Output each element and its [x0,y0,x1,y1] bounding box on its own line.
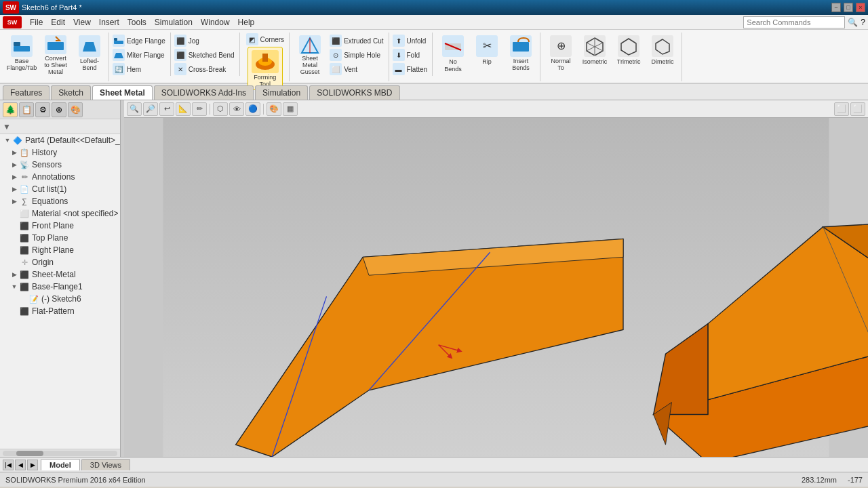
no-bends-button[interactable]: NoBends [437,33,469,76]
flatten-button[interactable]: ▬ Flatten [391,62,430,76]
menu-edit[interactable]: Edit [47,16,69,28]
root-expand[interactable]: ▼ [3,136,12,145]
jog-button[interactable]: ⬛ Jog [172,34,237,47]
normal-to-button[interactable]: ⊕ NormalTo [545,33,577,76]
config-manager-btn[interactable]: ⚙ [35,102,50,117]
section-view-btn[interactable]: 📐 [176,102,191,116]
vent-button[interactable]: ⬜ Vent [328,62,385,76]
zoom-area-btn[interactable]: 🔎 [143,102,158,116]
annotations-expand[interactable]: ▶ [9,172,19,182]
dimetric-button[interactable]: Dimetric [646,33,679,76]
tab-simulation[interactable]: Simulation [255,85,308,100]
rip-button[interactable]: ✂ Rip [471,33,503,76]
cross-break-button[interactable]: ✕ Cross-Break [172,62,237,76]
panel-scrollbar[interactable] [0,449,120,457]
display-style-btn[interactable]: ⬡ [213,102,228,116]
history-expand[interactable]: ▶ [9,148,19,157]
tab-sw-add-ins[interactable]: SOLIDWORKS Add-Ins [154,85,254,100]
feature-manager-btn[interactable]: 🌲 [3,102,18,117]
convert-sheet-metal-button[interactable]: Convertto SheetMetal [39,33,72,76]
search-icon[interactable]: 🔍 [848,18,858,27]
view-settings-btn[interactable]: ▦ [283,102,298,116]
bottom-tab-model[interactable]: Model [41,459,80,470]
viewport-canvas[interactable] [124,118,868,457]
unfold-button[interactable]: ⬆ Unfold [391,34,430,47]
menu-insert[interactable]: Insert [95,16,123,28]
trimetric-button[interactable]: Trimetric [612,33,645,76]
equations-expand[interactable]: ▶ [9,197,19,206]
hem-button[interactable]: 🔄 Hem [111,62,167,76]
base-flange1-expand[interactable]: ▼ [9,282,19,291]
tree-top-plane[interactable]: ⬛ Top Plane [0,232,120,244]
insert-bends-button[interactable]: InsertBends [505,33,537,76]
tree-annotations[interactable]: ▶ ✏ Annotations [0,171,120,183]
sketched-bend-button[interactable]: ⬛ Sketched Bend [172,48,237,62]
fold-button[interactable]: ⬇ Fold [391,48,430,62]
close-button[interactable]: × [856,3,865,12]
display-manager-btn[interactable]: 🎨 [68,102,83,117]
tree-cut-list[interactable]: ▶ 📄 Cut list(1) [0,183,120,195]
tree-equations[interactable]: ▶ ∑ Equations [0,195,120,207]
tree-front-plane[interactable]: ⬛ Front Plane [0,220,120,232]
menu-tools[interactable]: Tools [123,16,151,28]
tree-right-plane[interactable]: ⬛ Right Plane [0,244,120,256]
sensors-expand[interactable]: ▶ [9,160,19,169]
nav-first-btn[interactable]: |◀ [3,460,14,470]
help-icon[interactable]: ? [861,18,865,27]
miter-flange-button[interactable]: Miter Flange [111,48,167,62]
tab-sketch[interactable]: Sketch [51,85,91,100]
tree-sensors[interactable]: ▶ 📡 Sensors [0,159,120,171]
zoom-to-fit-btn[interactable]: 🔍 [127,102,142,116]
cutlist-expand[interactable]: ▶ [9,184,19,194]
tree-history[interactable]: ▶ 📋 History [0,146,120,159]
hide-show-btn[interactable]: 👁 [229,102,244,116]
previous-view-btn[interactable]: ↩ [159,102,174,116]
tab-features[interactable]: Features [3,85,50,100]
restore-button[interactable]: □ [844,3,853,12]
forming-tool-button[interactable]: Forming Tool [248,47,283,90]
view-orient-btn[interactable]: ✏ [192,102,207,116]
minimize-button[interactable]: − [831,3,841,12]
menu-window[interactable]: Window [197,16,234,28]
menu-file[interactable]: File [26,16,47,28]
tree-base-flange1[interactable]: ▼ ⬛ Base-Flange1 [0,281,120,293]
tree-root[interactable]: ▼ 🔷 Part4 (Default<<Default>_Dis [0,134,120,146]
nav-next-btn[interactable]: ▶ [27,460,38,470]
edge-flange-button[interactable]: Edge Flange [111,34,167,47]
menu-view[interactable]: View [69,16,95,28]
normal-to-icon: ⊕ [550,35,572,57]
edit-appear-btn[interactable]: 🔵 [245,102,260,116]
viewport[interactable]: 🔍 🔎 ↩ 📐 ✏ ⬡ 👁 🔵 🎨 ▦ ⬜ ⬜ [124,100,868,457]
menu-simulation[interactable]: Simulation [151,16,197,28]
isometric-button[interactable]: Isometric [578,33,611,76]
tree-origin[interactable]: ✛ Origin [0,256,120,268]
tree-sheet-metal[interactable]: ▶ ⬛ Sheet-Metal [0,268,120,281]
property-manager-btn[interactable]: 📋 [19,102,34,117]
tree-material[interactable]: ⬜ Material <not specified> [0,207,120,220]
apply-scene-btn[interactable]: 🎨 [267,102,281,116]
dim-expert-btn[interactable]: ⊕ [52,102,66,117]
scrollbar-track[interactable] [3,451,117,456]
tree-flat-pattern[interactable]: ⬛ Flat-Pattern [0,305,120,317]
status-coord1: 283.12mm [802,476,837,484]
tree-sketch6[interactable]: 📝 (-) Sketch6 [0,293,120,305]
scrollbar-thumb[interactable] [16,451,43,456]
tab-sheet-metal[interactable]: Sheet Metal [92,85,153,100]
front-plane-icon: ⬛ [19,220,30,231]
tab-sw-mbd[interactable]: SOLIDWORKS MBD [309,85,399,100]
nav-prev-btn[interactable]: ◀ [15,460,26,470]
view-expand-btn[interactable]: ⬜ [834,102,849,116]
corners-button[interactable]: ◩ Corners [244,33,287,46]
sheet-metal-expand[interactable]: ▶ [9,270,19,279]
menu-help[interactable]: Help [234,16,259,28]
filter-icon: ▼ [3,122,11,131]
sheet-metal-gusset-button[interactable]: SheetMetalGusset [294,33,326,76]
view-more-btn[interactable]: ⬜ [850,102,865,116]
base-flange-tab-button[interactable]: BaseFlange/Tab [5,33,38,76]
bottom-tab-3dviews[interactable]: 3D Views [81,459,130,470]
simple-hole-button[interactable]: ⊙ Simple Hole [328,48,385,62]
extruded-cut-button[interactable]: ⬛ Extruded Cut [328,34,385,47]
sw-menu-logo[interactable]: SW [3,16,22,28]
lofted-bend-button[interactable]: Lofted-Bend [73,33,106,76]
search-input[interactable] [743,16,845,28]
